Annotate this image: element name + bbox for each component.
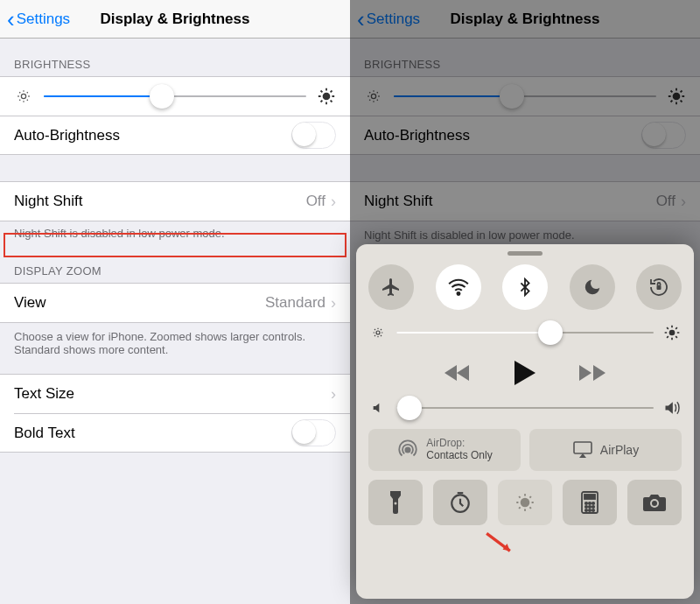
svg-point-22: [589, 509, 591, 511]
volume-low-icon: [368, 401, 388, 415]
brightness-low-icon: [14, 88, 33, 104]
svg-point-23: [592, 509, 594, 511]
bold-text-row: Bold Text: [14, 413, 350, 452]
display-zoom-header: DISPLAY ZOOM: [0, 245, 350, 283]
svg-point-8: [406, 447, 410, 452]
grabber-icon[interactable]: [508, 251, 542, 256]
brightness-header: BRIGHTNESS: [0, 39, 350, 76]
airdrop-title: AirDrop:: [426, 438, 492, 450]
svg-rect-5: [657, 285, 662, 290]
night-shift-row[interactable]: Night Shift Off ›: [0, 182, 350, 221]
night-shift-footnote: Night Shift is disabled in low power mod…: [0, 221, 350, 245]
cc-volume-slider[interactable]: [368, 399, 682, 417]
svg-rect-9: [574, 442, 592, 453]
media-play-button[interactable]: [514, 361, 536, 385]
text-size-label: Text Size: [14, 385, 331, 403]
display-zoom-footnote: Choose a view for iPhone. Zoomed shows l…: [0, 323, 350, 374]
svg-point-21: [585, 509, 587, 511]
svg-point-12: [522, 499, 529, 507]
auto-brightness-toggle[interactable]: [291, 122, 336, 149]
svg-point-25: [652, 501, 657, 506]
svg-point-19: [589, 506, 591, 508]
svg-point-6: [376, 331, 380, 334]
bold-text-label: Bold Text: [14, 425, 291, 442]
chevron-right-icon: ›: [331, 385, 336, 404]
svg-point-17: [592, 502, 594, 504]
bluetooth-toggle[interactable]: [502, 264, 548, 310]
back-label: Settings: [17, 11, 70, 28]
view-value: Standard: [265, 294, 326, 312]
airplay-icon: [572, 440, 593, 460]
svg-point-0: [21, 94, 25, 98]
nightshift-button[interactable]: [498, 480, 552, 525]
auto-brightness-label: Auto-Brightness: [14, 127, 291, 144]
auto-brightness-row: Auto-Brightness: [0, 116, 350, 154]
view-label: View: [14, 294, 265, 312]
airdrop-value: Contacts Only: [426, 450, 492, 462]
night-shift-label: Night Shift: [14, 193, 306, 210]
bold-text-toggle[interactable]: [291, 419, 336, 446]
settings-pane-left: ‹ Settings Display & Brightness BRIGHTNE…: [0, 0, 350, 604]
svg-point-7: [669, 330, 676, 336]
brightness-high-icon: [317, 87, 336, 106]
cc-brightness-slider[interactable]: [368, 324, 682, 341]
chevron-right-icon: ›: [331, 193, 336, 211]
svg-point-1: [323, 93, 329, 99]
view-row[interactable]: View Standard ›: [0, 284, 350, 322]
svg-point-4: [457, 292, 459, 295]
back-button[interactable]: ‹ Settings: [5, 8, 70, 31]
timer-button[interactable]: [433, 480, 487, 525]
annotation-arrow-icon: [483, 530, 518, 557]
svg-rect-14: [584, 495, 595, 499]
chevron-right-icon: ›: [331, 294, 336, 313]
settings-pane-right: ‹ Settings Display & Brightness BRIGHTNE…: [350, 0, 700, 604]
airplane-toggle[interactable]: [368, 264, 414, 310]
brightness-low-icon: [368, 326, 388, 340]
dnd-toggle[interactable]: [570, 264, 615, 310]
brightness-high-icon: [662, 324, 682, 341]
airplay-label: AirPlay: [600, 443, 639, 457]
svg-point-16: [589, 502, 591, 504]
media-next-button[interactable]: [579, 363, 606, 383]
text-size-row[interactable]: Text Size ›: [0, 375, 350, 413]
airplay-button[interactable]: AirPlay: [529, 429, 682, 471]
svg-point-20: [592, 506, 594, 508]
nav-bar: ‹ Settings Display & Brightness: [0, 0, 350, 39]
brightness-slider[interactable]: [0, 77, 350, 116]
media-prev-button[interactable]: [444, 363, 471, 383]
chevron-left-icon: ‹: [7, 8, 15, 31]
wifi-toggle[interactable]: [436, 264, 481, 310]
calculator-button[interactable]: [563, 480, 617, 525]
airdrop-button[interactable]: AirDrop: Contacts Only: [368, 429, 521, 471]
night-shift-value: Off: [306, 193, 326, 210]
volume-high-icon: [662, 399, 682, 417]
flashlight-button[interactable]: [368, 480, 423, 525]
svg-point-10: [395, 502, 397, 505]
camera-button[interactable]: [627, 480, 682, 525]
svg-point-15: [585, 502, 587, 504]
svg-point-18: [585, 506, 587, 508]
media-controls: [368, 361, 682, 385]
control-center: AirDrop: Contacts Only AirPlay: [356, 244, 694, 599]
rotation-lock-toggle[interactable]: [636, 264, 682, 310]
airdrop-icon: [396, 439, 419, 461]
